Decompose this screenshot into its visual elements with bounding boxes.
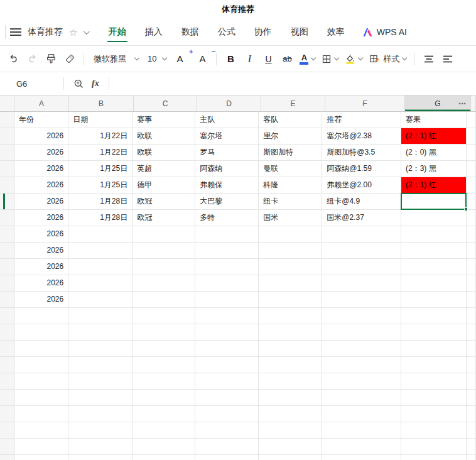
cell-E19[interactable] [259, 406, 322, 422]
cell-G19[interactable] [401, 406, 467, 422]
cell-D2[interactable]: 塞尔塔 [195, 128, 259, 144]
cell-A9[interactable]: 2026 [14, 243, 68, 258]
cell-A19[interactable] [14, 406, 68, 422]
cell-G12[interactable] [401, 292, 467, 307]
cell-F6[interactable]: 纽卡@4.9 [322, 194, 401, 209]
cell-E7[interactable]: 国米 [259, 210, 322, 226]
cell-C21[interactable] [133, 439, 195, 454]
cell-D20[interactable] [195, 422, 259, 438]
cell-G7[interactable] [401, 210, 467, 226]
row-header-8[interactable] [0, 226, 14, 242]
cell-A6[interactable]: 2026 [14, 194, 68, 209]
cell-E17[interactable] [259, 373, 322, 389]
cell-F17[interactable] [322, 373, 401, 389]
cell-E3[interactable]: 斯图加特 [259, 145, 322, 160]
cell-F10[interactable] [322, 259, 401, 275]
tab-insert[interactable]: 插入 [144, 21, 164, 43]
cell-C22[interactable] [133, 455, 195, 460]
cell-B17[interactable] [68, 373, 133, 389]
cell-C9[interactable] [133, 243, 195, 258]
cell-E8[interactable] [259, 226, 322, 242]
row-header-22[interactable] [0, 455, 14, 460]
cell-A5[interactable]: 2026 [14, 177, 68, 193]
cell-F12[interactable] [322, 292, 401, 307]
cell-A4[interactable]: 2026 [14, 161, 68, 177]
cell-B10[interactable] [68, 259, 133, 275]
cell-F8[interactable] [322, 226, 401, 242]
insert-function-button[interactable]: fx [92, 79, 99, 89]
row-header-3[interactable] [0, 145, 14, 160]
cell-B21[interactable] [68, 439, 133, 454]
cell-G22[interactable] [401, 455, 467, 460]
cell-C17[interactable] [133, 373, 195, 389]
cell-G17[interactable] [401, 373, 467, 389]
cell-F5[interactable]: 弗赖堡@2.00 [322, 177, 401, 193]
cell-B4[interactable]: 1月25日 [68, 161, 133, 177]
cell-C11[interactable] [133, 275, 195, 291]
font-size-select[interactable]: 10 [145, 50, 169, 68]
document-tab[interactable]: 体育推荐 ☆ [10, 26, 88, 38]
fill-color-button[interactable] [343, 50, 364, 68]
cell-D19[interactable] [195, 406, 259, 422]
favorite-star-icon[interactable]: ☆ [69, 28, 77, 37]
cell-F14[interactable] [322, 324, 401, 340]
cell-D6[interactable]: 大巴黎 [195, 194, 259, 209]
cell-D18[interactable] [195, 390, 259, 405]
cell-E4[interactable]: 曼联 [259, 161, 322, 177]
cell-C1[interactable]: 赛事 [133, 112, 195, 128]
tab-efficiency[interactable]: 效率 [326, 21, 346, 43]
cell-A7[interactable]: 2026 [14, 210, 68, 226]
cell-A21[interactable] [14, 439, 68, 454]
cell-E15[interactable] [259, 341, 322, 356]
font-color-button[interactable]: A [298, 50, 317, 68]
cell-E18[interactable] [259, 390, 322, 405]
cell-C5[interactable]: 德甲 [133, 177, 195, 193]
cell-A2[interactable]: 2026 [14, 128, 68, 144]
cell-B12[interactable] [68, 292, 133, 307]
row-header-11[interactable] [0, 275, 14, 291]
cell-D9[interactable] [195, 243, 259, 258]
tab-collaborate[interactable]: 协作 [253, 21, 273, 43]
cell-C10[interactable] [133, 259, 195, 275]
cell-F19[interactable] [322, 406, 401, 422]
row-header-4[interactable] [0, 161, 14, 177]
cell-G9[interactable] [401, 243, 467, 258]
undo-button[interactable] [5, 50, 21, 68]
cell-E11[interactable] [259, 275, 322, 291]
cell-A14[interactable] [14, 324, 68, 340]
cell-C4[interactable]: 英超 [133, 161, 195, 177]
row-header-15[interactable] [0, 341, 14, 356]
cell-G20[interactable] [401, 422, 467, 438]
cell-B2[interactable]: 1月22日 [68, 128, 133, 144]
cell-G21[interactable] [401, 439, 467, 454]
cell-F20[interactable] [322, 422, 401, 438]
cell-D5[interactable]: 弗赖保 [195, 177, 259, 193]
cell-A20[interactable] [14, 422, 68, 438]
cell-style-button[interactable]: 样式 [367, 50, 409, 68]
cell-E12[interactable] [259, 292, 322, 307]
borders-button[interactable] [320, 50, 340, 68]
cell-G14[interactable] [401, 324, 467, 340]
cell-F9[interactable] [322, 243, 401, 258]
cell-E13[interactable] [259, 308, 322, 324]
cell-G11[interactable] [401, 275, 467, 291]
cell-C19[interactable] [133, 406, 195, 422]
row-header-5[interactable] [0, 177, 14, 193]
cell-F15[interactable] [322, 341, 401, 356]
align-top-button[interactable] [421, 50, 437, 68]
cell-D21[interactable] [195, 439, 259, 454]
cell-E14[interactable] [259, 324, 322, 340]
cell-D8[interactable] [195, 226, 259, 242]
font-name-select[interactable]: 微软雅黑 [90, 50, 143, 68]
cell-F21[interactable] [322, 439, 401, 454]
cell-G3[interactable]: (2：0) 黑 [401, 145, 467, 160]
cell-F22[interactable] [322, 455, 401, 460]
column-header-F[interactable]: F [325, 96, 405, 111]
row-header-20[interactable] [0, 422, 14, 438]
cell-A1[interactable]: 年份 [14, 112, 68, 128]
formula-input[interactable] [112, 72, 476, 95]
increase-font-button[interactable]: A+ [171, 50, 188, 68]
cell-D3[interactable]: 罗马 [195, 145, 259, 160]
cell-C3[interactable]: 欧联 [133, 145, 195, 160]
cell-C8[interactable] [133, 226, 195, 242]
